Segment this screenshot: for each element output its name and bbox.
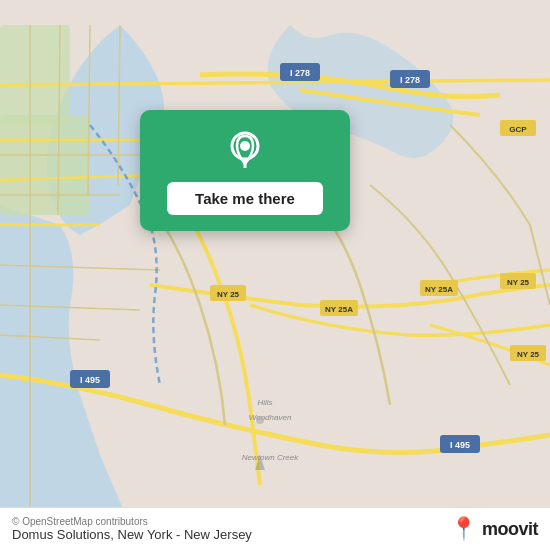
map-pin-icon bbox=[223, 128, 267, 172]
svg-text:Newtown Creek: Newtown Creek bbox=[242, 453, 299, 462]
map-container: I 278 I 278 I 495 I 495 NY 25 NY 25A NY … bbox=[0, 0, 550, 550]
svg-point-42 bbox=[240, 141, 250, 151]
svg-text:NY 25: NY 25 bbox=[517, 350, 540, 359]
bottom-bar: © OpenStreetMap contributors Domus Solut… bbox=[0, 507, 550, 550]
svg-text:NY 25: NY 25 bbox=[507, 278, 530, 287]
location-title: Domus Solutions, New York - New Jersey bbox=[12, 527, 252, 542]
svg-text:I 495: I 495 bbox=[80, 375, 100, 385]
svg-text:GCP: GCP bbox=[509, 125, 527, 134]
svg-text:Woodhaven: Woodhaven bbox=[249, 413, 292, 422]
svg-text:NY 25A: NY 25A bbox=[425, 285, 453, 294]
map-svg: I 278 I 278 I 495 I 495 NY 25 NY 25A NY … bbox=[0, 0, 550, 550]
take-me-there-button[interactable]: Take me there bbox=[167, 182, 323, 215]
svg-text:I 278: I 278 bbox=[290, 68, 310, 78]
action-card: Take me there bbox=[140, 110, 350, 231]
svg-rect-1 bbox=[0, 115, 90, 215]
osm-attribution: © OpenStreetMap contributors bbox=[12, 516, 252, 527]
moovit-brand-name: moovit bbox=[482, 519, 538, 540]
svg-text:I 495: I 495 bbox=[450, 440, 470, 450]
svg-point-39 bbox=[256, 416, 264, 424]
moovit-logo: 📍 moovit bbox=[450, 518, 538, 540]
svg-text:Hills: Hills bbox=[257, 398, 272, 407]
bottom-info: © OpenStreetMap contributors Domus Solut… bbox=[12, 516, 252, 542]
svg-text:I 278: I 278 bbox=[400, 75, 420, 85]
svg-text:NY 25A: NY 25A bbox=[325, 305, 353, 314]
svg-text:NY 25: NY 25 bbox=[217, 290, 240, 299]
moovit-pin-icon: 📍 bbox=[450, 518, 477, 540]
